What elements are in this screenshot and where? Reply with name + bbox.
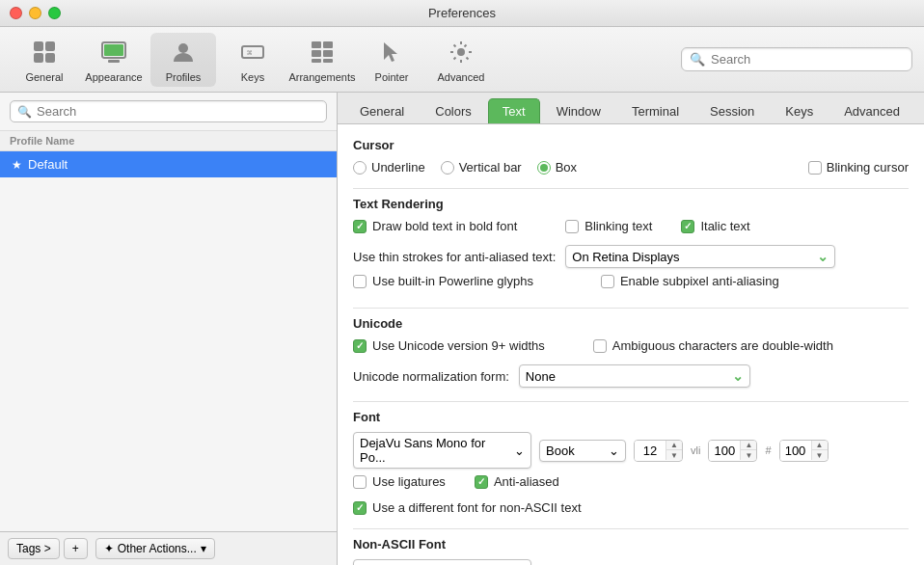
add-profile-button[interactable]: +: [64, 538, 88, 559]
unicode-title: Unicode: [353, 316, 909, 331]
vli-input: 100 ▲ ▼: [708, 440, 757, 462]
cursor-box-label: Box: [556, 160, 577, 175]
ambiguous-checkbox[interactable]: [593, 339, 607, 353]
non-ascii-font-dropdown[interactable]: Meslo LG M DZ for Powerli... ⌄: [353, 559, 531, 565]
font-row1: DejaVu Sans Mono for Po... ⌄ Book ⌄ 12 ▲…: [353, 432, 909, 469]
font-size-up[interactable]: ▲: [666, 441, 682, 450]
tab-window[interactable]: Window: [542, 98, 615, 123]
tab-bar: General Colors Text Window Terminal Sess…: [338, 93, 924, 124]
built-in-powerline-checkbox[interactable]: [353, 275, 367, 288]
cursor-box-radio[interactable]: [537, 161, 551, 175]
hash-label: #: [765, 444, 771, 456]
font-options-row: Use ligatures Anti-aliased: [353, 474, 909, 495]
sidebar-search-box: 🔍: [10, 100, 327, 122]
profile-item-default[interactable]: ★ Default: [0, 151, 337, 177]
blinking-cursor-option[interactable]: Blinking cursor: [808, 160, 909, 175]
cursor-underline-radio[interactable]: [353, 161, 367, 175]
tab-text[interactable]: Text: [488, 98, 540, 123]
cursor-vertical-option[interactable]: Vertical bar: [441, 160, 522, 175]
use-unicode-label: Use Unicode version 9+ widths: [372, 338, 545, 353]
normalization-label: Unicode normalization form:: [353, 369, 509, 384]
profile-name: Default: [28, 157, 68, 172]
font-title: Font: [353, 410, 909, 424]
different-font-checkbox[interactable]: [353, 501, 367, 515]
tab-terminal[interactable]: Terminal: [617, 98, 693, 123]
other-actions-button[interactable]: ✦ Other Actions... ▾: [95, 538, 215, 559]
search-icon: 🔍: [690, 52, 705, 67]
blinking-text-row: Blinking text: [565, 219, 652, 233]
toolbar-appearance[interactable]: Appearance: [81, 33, 147, 87]
subpixel-checkbox[interactable]: [601, 275, 614, 288]
tab-advanced[interactable]: Advanced: [829, 98, 914, 123]
chevron-down-icon: ⌄: [817, 249, 829, 264]
cursor-underline-option[interactable]: Underline: [353, 160, 425, 175]
unicode-section: Unicode Use Unicode version 9+ widths Am…: [353, 316, 909, 388]
blinking-text-checkbox[interactable]: [565, 220, 579, 233]
non-ascii-title: Non-ASCII Font: [353, 537, 909, 552]
blinking-cursor-label: Blinking cursor: [827, 160, 909, 175]
toolbar-profiles[interactable]: Profiles: [150, 33, 216, 87]
svg-rect-8: [242, 46, 263, 58]
main-content: 🔍 Profile Name ★ Default Tags > + ✦ Othe…: [0, 93, 924, 565]
font-weight-dropdown[interactable]: Book ⌄: [539, 440, 626, 462]
font-size-field[interactable]: 12: [635, 441, 666, 461]
maximize-button[interactable]: [48, 7, 61, 19]
normalization-chevron-icon: ⌄: [732, 368, 744, 384]
vli-stepper: ▲ ▼: [740, 441, 756, 460]
use-unicode-checkbox[interactable]: [353, 339, 367, 353]
thin-strokes-dropdown[interactable]: On Retina Displays ⌄: [565, 245, 835, 268]
tags-label: Tags >: [16, 542, 51, 555]
toolbar-pointer-label: Pointer: [375, 71, 409, 83]
tab-colors[interactable]: Colors: [421, 98, 486, 123]
arrangements-icon: [307, 37, 338, 67]
vli-up[interactable]: ▲: [741, 441, 756, 450]
tab-keys[interactable]: Keys: [771, 98, 828, 123]
tab-session[interactable]: Session: [695, 98, 769, 123]
text-rendering-section: Text Rendering Draw bold text in bold fo…: [353, 197, 909, 294]
text-rendering-row3: Use built-in Powerline glyphs Enable sub…: [353, 274, 909, 294]
unicode-row1: Use Unicode version 9+ widths Ambiguous …: [353, 338, 909, 359]
titlebar: Preferences: [0, 0, 924, 27]
vli-field[interactable]: 100: [709, 441, 740, 461]
gear-icon: ✦: [104, 542, 114, 555]
minimize-button[interactable]: [29, 7, 41, 19]
font-name-dropdown[interactable]: DejaVu Sans Mono for Po... ⌄: [353, 432, 531, 469]
default-star-icon: ★: [12, 158, 22, 172]
close-button[interactable]: [10, 7, 22, 19]
toolbar-general[interactable]: General: [12, 33, 77, 87]
toolbar-keys[interactable]: ⌘ Keys: [220, 33, 285, 87]
search-input[interactable]: [711, 52, 904, 67]
font-ligatures-checkbox[interactable]: [353, 475, 367, 489]
toolbar-pointer[interactable]: Pointer: [359, 33, 424, 87]
cursor-box-option[interactable]: Box: [537, 160, 577, 175]
toolbar-arrangements[interactable]: Arrangements: [289, 33, 355, 87]
tags-button[interactable]: Tags >: [8, 538, 60, 559]
tab-general[interactable]: General: [345, 98, 419, 123]
font-weight-value: Book: [546, 444, 575, 458]
italic-text-checkbox[interactable]: [681, 220, 694, 233]
vli-down[interactable]: ▼: [741, 450, 756, 460]
toolbar-advanced[interactable]: Advanced: [428, 33, 494, 87]
pointer-icon: [376, 37, 407, 67]
sidebar: 🔍 Profile Name ★ Default Tags > + ✦ Othe…: [0, 93, 338, 565]
other-actions-label: Other Actions...: [118, 542, 197, 555]
draw-bold-row: Draw bold text in bold font: [353, 219, 517, 233]
hash-down[interactable]: ▼: [812, 450, 828, 460]
font-anti-aliased-checkbox[interactable]: [475, 475, 488, 489]
cursor-title: Cursor: [353, 138, 909, 152]
hash-field[interactable]: 100: [780, 441, 811, 461]
draw-bold-checkbox[interactable]: [353, 220, 367, 233]
draw-bold-label: Draw bold text in bold font: [372, 219, 517, 233]
hash-up[interactable]: ▲: [812, 441, 828, 450]
normalization-row: Unicode normalization form: None ⌄: [353, 364, 909, 388]
advanced-icon: [446, 37, 476, 67]
font-section: Font DejaVu Sans Mono for Po... ⌄ Book ⌄…: [353, 410, 909, 515]
normalization-dropdown[interactable]: None ⌄: [519, 364, 750, 388]
cursor-vertical-radio[interactable]: [441, 161, 454, 175]
blinking-cursor-checkbox[interactable]: [808, 161, 822, 175]
add-label: +: [72, 542, 79, 555]
subpixel-row: Enable subpixel anti-aliasing: [601, 274, 779, 288]
sidebar-search-input[interactable]: [37, 104, 319, 119]
profiles-icon: [168, 37, 199, 67]
font-size-down[interactable]: ▼: [666, 450, 682, 460]
